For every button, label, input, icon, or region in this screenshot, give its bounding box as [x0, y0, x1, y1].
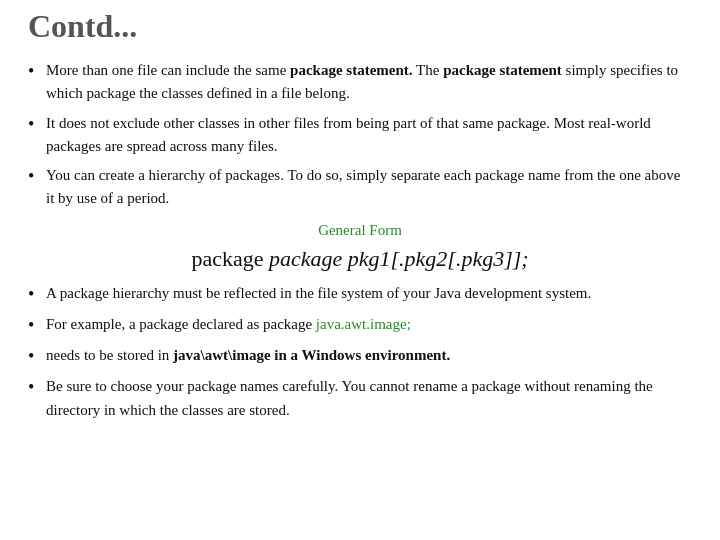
bullet-dot: • [28, 59, 46, 84]
list-item: • For example, a package declared as pac… [28, 313, 692, 338]
bullet-list-1: • More than one file can include the sam… [28, 59, 692, 211]
bullet-text: More than one file can include the same … [46, 59, 692, 106]
bullet-text: Be sure to choose your package names car… [46, 375, 692, 422]
bullet-text: It does not exclude other classes in oth… [46, 112, 692, 159]
bullet-text: For example, a package declared as packa… [46, 313, 692, 336]
general-form-code: package package pkg1[.pkg2[.pkg3]]; [28, 242, 692, 276]
bullet-text: A package hierarchy must be reflected in… [46, 282, 692, 305]
bullet-dot: • [28, 282, 46, 307]
bullet-dot: • [28, 112, 46, 137]
bullet-dot: • [28, 375, 46, 400]
list-item: • Be sure to choose your package names c… [28, 375, 692, 422]
bullet-text: You can create a hierarchy of packages. … [46, 164, 692, 211]
code-keyword: package [191, 246, 269, 271]
inline-green: java.awt.image; [316, 316, 411, 332]
page-title: Contd... [28, 0, 692, 59]
general-form-title: General Form [28, 219, 692, 242]
bullet-list-2: • A package hierarchy must be reflected … [28, 282, 692, 422]
bullet-dot: • [28, 164, 46, 189]
list-item: • A package hierarchy must be reflected … [28, 282, 692, 307]
inline-bold: java\awt\image in a Windows environment. [173, 347, 450, 363]
page-container: Contd... • More than one file can includ… [0, 0, 720, 540]
general-form-block: General Form package package pkg1[.pkg2[… [28, 219, 692, 276]
list-item: • It does not exclude other classes in o… [28, 112, 692, 159]
bullet-dot: • [28, 344, 46, 369]
list-item: • needs to be stored in java\awt\image i… [28, 344, 692, 369]
code-body: package pkg1[.pkg2[.pkg3]]; [269, 246, 529, 271]
inline-bold: package statement [443, 62, 562, 78]
bullet-text: needs to be stored in java\awt\image in … [46, 344, 692, 367]
list-item: • More than one file can include the sam… [28, 59, 692, 106]
inline-bold: package statement. [290, 62, 412, 78]
bullet-dot: • [28, 313, 46, 338]
content-area: • More than one file can include the sam… [28, 59, 692, 422]
list-item: • You can create a hierarchy of packages… [28, 164, 692, 211]
